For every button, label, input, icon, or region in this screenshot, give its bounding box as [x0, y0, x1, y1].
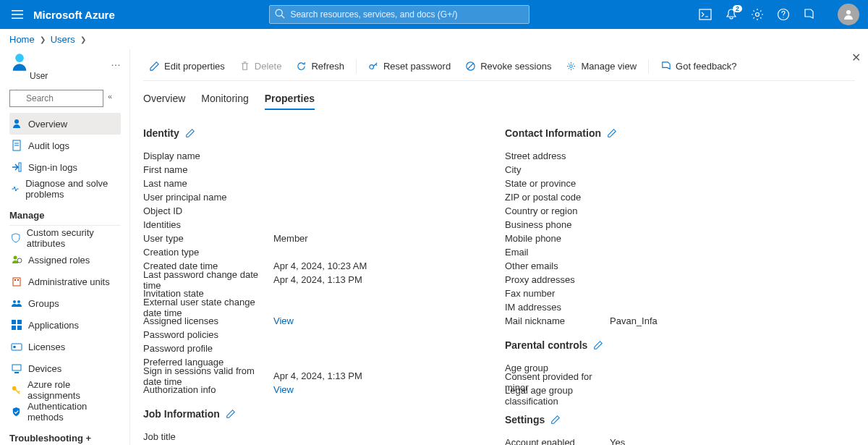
help-icon[interactable] [777, 8, 790, 21]
document-icon [11, 140, 22, 151]
identity-header: Identity [143, 127, 461, 139]
nav-assigned-roles[interactable]: Assigned roles [9, 249, 121, 271]
license-icon [11, 341, 22, 352]
edit-icon[interactable] [607, 128, 617, 138]
chevron-right-icon: ❯ [40, 35, 46, 43]
nav-auth-methods[interactable]: Authentication methods [9, 401, 121, 423]
edit-icon[interactable] [185, 128, 195, 138]
top-bar: Microsoft Azure 2 [0, 0, 868, 29]
building-icon [11, 276, 22, 287]
feedback-icon[interactable] [803, 8, 816, 21]
nav-diagnose[interactable]: Diagnose and solve problems [9, 178, 121, 200]
section-title: Settings [505, 414, 545, 425]
delete-button[interactable]: Delete [234, 56, 288, 77]
top-icons: 2 [699, 8, 816, 21]
nav-devices[interactable]: Devices [9, 357, 121, 379]
nav-licenses[interactable]: Licenses [9, 336, 121, 357]
edit-icon [149, 61, 160, 72]
nav-label: Groups [28, 298, 59, 309]
feedback-icon [660, 61, 671, 72]
key-icon [11, 384, 22, 396]
field-label: Email [505, 247, 610, 258]
field-label: Account enabled [505, 437, 610, 445]
tab-properties[interactable]: Properties [265, 88, 315, 110]
field-label: Legal age group classification [505, 385, 610, 407]
breadcrumb-users[interactable]: Users [51, 34, 75, 45]
cloud-shell-icon[interactable] [699, 8, 712, 21]
overview-icon [11, 118, 22, 130]
svg-rect-21 [12, 320, 16, 324]
field-label: Object ID [143, 205, 273, 216]
reset-password-button[interactable]: Reset password [362, 56, 456, 77]
left-column: Identity Display nameFirst nameLast name… [143, 123, 461, 445]
field-value[interactable]: View [273, 315, 294, 326]
tb-label: Got feedback? [676, 61, 737, 72]
field-label: ZIP or postal code [505, 192, 610, 203]
svg-rect-24 [17, 326, 22, 330]
tab-overview[interactable]: Overview [143, 88, 185, 110]
field-label: User type [143, 233, 273, 244]
manage-view-button[interactable]: Manage view [560, 56, 642, 77]
toolbar: Edit properties Delete Refresh Reset pas… [143, 52, 855, 81]
svg-point-15 [17, 258, 22, 263]
nav-azure-role[interactable]: Azure role assignments [9, 379, 121, 401]
nav-audit-logs[interactable]: Audit logs [9, 135, 121, 156]
divider [648, 59, 649, 74]
nav-signin-logs[interactable]: Sign-in logs [9, 156, 121, 178]
revoke-sessions-button[interactable]: Revoke sessions [459, 56, 557, 77]
field-value: Yes [610, 437, 625, 445]
field-label: Password profile [143, 343, 273, 354]
edit-icon[interactable] [550, 415, 561, 425]
svg-point-3 [755, 13, 759, 17]
tab-monitoring[interactable]: Monitoring [201, 88, 248, 110]
field-label: Country or region [505, 205, 610, 216]
nav-custom-security[interactable]: Custom security attributes [9, 227, 121, 249]
field-row: Assigned licensesView [143, 314, 461, 328]
field-row: User typeMember [143, 232, 461, 245]
field-row: Authorization infoView [143, 383, 461, 397]
field-row: Legal age group classification [505, 389, 823, 402]
user-type-label: User [30, 71, 121, 81]
nav-admin-units[interactable]: Administrative units [9, 271, 121, 292]
field-row: Other emails [505, 259, 823, 273]
breadcrumb-home[interactable]: Home [9, 34, 35, 45]
field-row: Identities [143, 218, 461, 232]
roles-icon [11, 254, 22, 266]
close-icon[interactable]: ✕ [851, 51, 861, 64]
settings-icon[interactable] [751, 8, 764, 21]
nav-label: Custom security attributes [27, 227, 119, 249]
nav-overview[interactable]: Overview [9, 113, 121, 135]
field-value: Apr 4, 2024, 10:23 AM [273, 260, 367, 271]
field-row: User principal name [143, 190, 461, 204]
nav-applications[interactable]: Applications [9, 314, 121, 336]
field-row: Mobile phone [505, 232, 823, 245]
svg-point-26 [13, 346, 16, 349]
svg-rect-25 [12, 344, 22, 350]
tb-label: Refresh [311, 61, 344, 72]
refresh-button[interactable]: Refresh [290, 56, 350, 77]
svg-point-0 [276, 9, 283, 16]
more-icon[interactable]: … [111, 56, 121, 68]
notifications-icon[interactable]: 2 [725, 8, 738, 21]
global-search-input[interactable] [269, 5, 529, 24]
field-value[interactable]: View [273, 384, 294, 395]
edit-properties-button[interactable]: Edit properties [143, 56, 231, 77]
gear-icon [566, 61, 576, 72]
device-icon [11, 363, 22, 374]
collapse-icon[interactable]: « [108, 92, 112, 101]
nav-groups[interactable]: Groups [9, 292, 121, 314]
field-row: Job title [143, 430, 461, 444]
hamburger-icon[interactable] [9, 6, 26, 23]
svg-point-20 [17, 300, 20, 303]
field-label: First name [143, 164, 273, 175]
edit-icon[interactable] [226, 409, 236, 419]
tb-label: Edit properties [164, 61, 225, 72]
local-search-input[interactable] [9, 90, 103, 107]
edit-icon[interactable] [593, 340, 603, 350]
field-row: Last password change date timeApr 4, 202… [143, 273, 461, 287]
field-row: State or province [505, 177, 823, 190]
field-row: Password profile [143, 342, 461, 355]
feedback-button[interactable]: Got feedback? [655, 56, 743, 77]
avatar[interactable] [838, 4, 859, 25]
signin-icon [11, 161, 22, 173]
